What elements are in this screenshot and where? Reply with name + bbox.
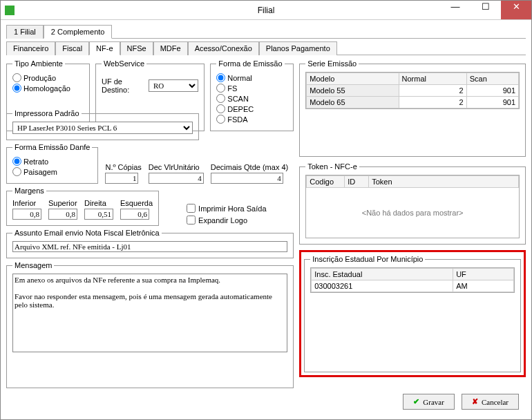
window-title: Filial bbox=[258, 6, 275, 15]
maximize-button[interactable]: ☐ bbox=[471, 1, 501, 15]
group-danfe: Forma Emissão Danfe Retrato Paisagem bbox=[6, 143, 98, 184]
subtab-nfe[interactable]: NF-e bbox=[89, 41, 120, 55]
radio-fsda[interactable] bbox=[216, 115, 225, 124]
group-margens: Margens Inferior Superior Direita Esquer… bbox=[6, 187, 159, 226]
radio-scan[interactable] bbox=[216, 94, 225, 103]
app-icon bbox=[5, 6, 15, 15]
radio-paisagem[interactable] bbox=[12, 167, 21, 176]
subtab-nfse[interactable]: NFSe bbox=[120, 41, 153, 55]
label-dec-qtde: Decimais Qtde (max 4) bbox=[211, 163, 288, 171]
input-margem-sup[interactable] bbox=[48, 209, 77, 220]
select-impressora[interactable]: HP LaserJet P3010 Series PCL 6 bbox=[12, 122, 193, 134]
radio-fs[interactable] bbox=[216, 84, 225, 93]
input-margem-dir[interactable] bbox=[84, 209, 113, 220]
radio-retrato[interactable] bbox=[12, 157, 21, 166]
input-dec-qtde[interactable] bbox=[211, 173, 283, 184]
minimize-button[interactable]: — bbox=[440, 1, 471, 15]
subtab-financeiro[interactable]: Financeiro bbox=[6, 41, 55, 55]
tab-filial[interactable]: 1 Filial bbox=[6, 25, 44, 39]
label-dec-vlr: Dec VlrUnitário bbox=[149, 163, 200, 171]
token-empty-msg: <Não há dados para mostrar> bbox=[306, 188, 519, 238]
input-assunto[interactable] bbox=[12, 241, 287, 252]
group-impressora: Impressora Padrão HP LaserJet P3010 Seri… bbox=[6, 109, 199, 140]
subtab-planos[interactable]: Planos Pagamento bbox=[259, 41, 337, 55]
radio-producao[interactable] bbox=[12, 73, 21, 82]
cancelar-button[interactable]: ✘ Cancelar bbox=[462, 394, 519, 410]
subtab-mdfe[interactable]: MDFe bbox=[153, 41, 188, 55]
table-row[interactable]: Modelo 65 2 901 bbox=[307, 97, 519, 108]
group-mensagem: Mensagem Em anexo os arquivos da NFe ref… bbox=[6, 261, 294, 388]
radio-normal[interactable] bbox=[216, 73, 225, 82]
sub-tabs: Financeiro Fiscal NF-e NFSe MDFe Acesso/… bbox=[6, 41, 526, 55]
input-margem-esq[interactable] bbox=[120, 209, 149, 220]
radio-homologacao[interactable] bbox=[12, 84, 21, 93]
group-forma-emissao: Forma de Emissão Normal FS SCAN DEPEC FS… bbox=[210, 59, 294, 131]
subtab-fiscal[interactable]: Fiscal bbox=[55, 41, 89, 55]
titlebar: Filial — ☐ ✕ bbox=[1, 1, 531, 20]
highlight-inscricao: Inscrição Estadual Por Município Insc. E… bbox=[299, 250, 526, 377]
main-tabs: 1 Filial 2 Complemento bbox=[6, 24, 526, 39]
radio-depec[interactable] bbox=[216, 104, 225, 113]
table-row[interactable]: 030003261 AM bbox=[312, 280, 514, 292]
group-inscricao: Inscrição Estadual Por Município Insc. E… bbox=[304, 255, 521, 372]
check-icon: ✔ bbox=[413, 397, 419, 406]
group-assunto: Assunto Email envio Nota Fiscal Eletrôni… bbox=[6, 229, 294, 258]
input-margem-inf[interactable] bbox=[12, 209, 41, 220]
select-uf-destino[interactable]: RO bbox=[149, 79, 198, 92]
input-copias[interactable] bbox=[105, 173, 138, 184]
subtab-acesso[interactable]: Acesso/Conexão bbox=[188, 41, 259, 55]
check-impr-hora[interactable] bbox=[187, 204, 196, 213]
close-button[interactable]: ✕ bbox=[501, 1, 531, 19]
input-dec-vlr[interactable] bbox=[149, 173, 204, 184]
textarea-mensagem[interactable]: Em anexo os arquivos da NFe referente a … bbox=[12, 274, 287, 352]
x-icon: ✘ bbox=[472, 397, 478, 406]
group-token: Token - NFC-e Codigo ID Token <Não há da… bbox=[299, 162, 526, 245]
label-uf-destino: UF de Destino: bbox=[102, 77, 142, 94]
check-exp-logo[interactable] bbox=[187, 216, 196, 225]
group-serie-emissao: Serie Emissão Modelo Normal Scan Modelo … bbox=[299, 59, 526, 157]
label-copias: N.º Cópias bbox=[105, 163, 141, 171]
tab-complemento[interactable]: 2 Complemento bbox=[44, 25, 113, 39]
gravar-button[interactable]: ✔ Gravar bbox=[403, 394, 455, 410]
table-row[interactable]: Modelo 55 2 901 bbox=[307, 85, 519, 97]
